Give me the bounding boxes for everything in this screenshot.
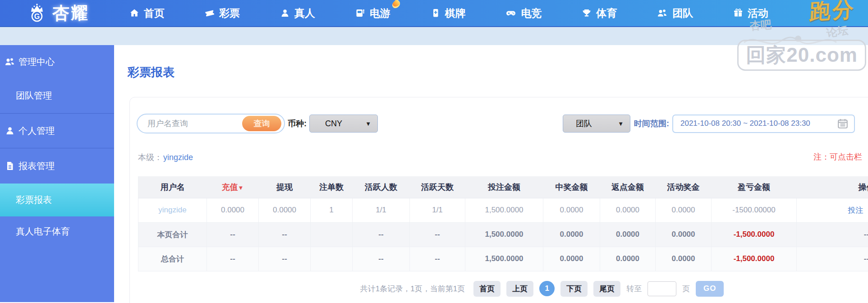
prev-page-button[interactable]: 上页 (506, 281, 533, 297)
col-actions: 操作 (797, 176, 868, 198)
time-range-label: 时间范围: (634, 118, 669, 129)
sort-desc-icon: ▼ (238, 184, 244, 191)
calendar-icon (837, 118, 849, 129)
screen: G 杏耀 首页 彩票 真人 电游 棋牌 (0, 0, 868, 303)
pagination: 共计1条记录，1页，当前第1页 首页 上页 1 下页 尾页 转至 页 GO (130, 281, 868, 297)
brand-crown-emblem-icon: G (26, 2, 48, 24)
sidebar-item-live-electronic-sports[interactable]: 真人电子体育 (0, 216, 114, 246)
nav-item-team[interactable]: 团队 (657, 6, 693, 20)
nav-item-live[interactable]: 真人 (280, 6, 315, 20)
person-icon (4, 125, 16, 136)
username-search: 查询 (137, 114, 285, 133)
user-link[interactable]: yingzide (158, 206, 186, 214)
lottery-ticket-icon (204, 8, 215, 18)
mahjong-tile-icon (430, 8, 441, 18)
pagination-summary: 共计1条记录，1页，当前第1页 (360, 284, 465, 294)
col-username: 用户名 (138, 176, 207, 198)
current-page-badge[interactable]: 1 (539, 281, 555, 296)
main-nav: 首页 彩票 真人 电游 棋牌 电竞 (129, 6, 768, 20)
filter-row: 查询 币种: CNY ▼ 团队 ▼ 时间范围: 2021- (137, 114, 855, 133)
sidebar-item-personal-management[interactable]: 个人管理 (0, 114, 114, 148)
col-active-days: 活跃天数 (410, 176, 465, 198)
top-navbar: G 杏耀 首页 彩票 真人 电游 棋牌 (0, 0, 868, 26)
nav-item-promotions[interactable]: 活动 (733, 6, 768, 20)
col-recharge: 充值▼ (207, 176, 259, 198)
trophy-icon (581, 8, 592, 18)
management-people-icon (4, 56, 16, 67)
col-rebate-amount: 返点金额 (600, 176, 656, 198)
nav-item-boardgames[interactable]: 棋牌 (430, 6, 466, 20)
table-row-user: yingzide 0.0000 0.0000 1 1/1 1/1 1,500.0… (138, 198, 868, 222)
report-table: 用户名 充值▼ 提现 注单数 活跃人数 活跃天数 投注金额 中奖金额 返点金额 … (138, 176, 868, 271)
first-page-button[interactable]: 首页 (473, 281, 501, 297)
gift-icon (733, 8, 744, 18)
content-panel: 查询 币种: CNY ▼ 团队 ▼ 时间范围: 2021- (129, 97, 868, 303)
sub-header-strip (0, 26, 868, 45)
report-document-icon (4, 161, 16, 171)
nav-item-lottery[interactable]: 彩票 (204, 6, 240, 20)
main-content: 彩票报表 查询 币种: CNY ▼ 团队 (114, 45, 868, 302)
scope-value: 团队 (576, 118, 592, 129)
brand-name: 杏耀 (52, 2, 89, 25)
sidebar-item-lottery-report[interactable]: 彩票报表 (0, 184, 114, 216)
page-title: 彩票报表 (128, 64, 868, 80)
live-person-icon (280, 8, 290, 18)
caret-down-icon: ▼ (618, 120, 624, 127)
note-text: 注：可点击栏 (813, 152, 862, 162)
next-page-button[interactable]: 下页 (560, 281, 588, 297)
brand-logo[interactable]: G 杏耀 (26, 2, 89, 25)
col-active-users: 活跃人数 (353, 176, 410, 198)
last-page-button[interactable]: 尾页 (593, 281, 620, 297)
sidebar: 管理中心 团队管理 个人管理 报表管理 彩票报表 真人电子体育 (0, 45, 114, 302)
current-level-user-link[interactable]: yingzide (163, 153, 193, 162)
bet-link[interactable]: 投注 (848, 206, 863, 215)
nav-item-slots[interactable]: 电游 (355, 6, 390, 20)
col-bet-amount: 投注金额 (465, 176, 543, 198)
sidebar-item-management-center[interactable]: 管理中心 (0, 45, 114, 78)
hot-flame-icon (390, 0, 401, 9)
svg-text:G: G (34, 13, 40, 20)
goto-label: 转至 (626, 284, 642, 294)
col-activity-bonus: 活动奖金 (656, 176, 712, 198)
currency-select[interactable]: CNY ▼ (309, 115, 378, 133)
table-row-page-total: 本页合计 -- -- -- -- 1,500.0000 0.0000 0.000… (138, 222, 868, 247)
home-icon (129, 8, 140, 18)
team-people-icon (657, 8, 668, 18)
slot-machine-icon (355, 8, 366, 18)
sidebar-item-team-management[interactable]: 团队管理 (0, 78, 114, 113)
caret-down-icon: ▼ (365, 120, 371, 127)
scope-select[interactable]: 团队 ▼ (563, 115, 630, 133)
gamepad-icon (505, 8, 517, 18)
col-withdraw: 提现 (259, 176, 311, 198)
date-range-value: 2021-10-08 20:30 ~ 2021-10-08 23:30 (680, 119, 810, 128)
currency-label: 币种: (288, 118, 307, 129)
go-button[interactable]: GO (696, 281, 724, 297)
nav-item-sports[interactable]: 体育 (581, 6, 617, 20)
col-win-amount: 中奖金额 (543, 176, 600, 198)
nav-item-esports[interactable]: 电竞 (505, 6, 542, 20)
goto-page-input[interactable] (648, 281, 676, 296)
col-profit-loss: 盈亏金额 (712, 176, 797, 198)
level-row: 本级： yingzide (138, 152, 868, 163)
nav-item-home[interactable]: 首页 (129, 6, 165, 20)
search-button[interactable]: 查询 (242, 116, 281, 131)
table-row-grand-total: 总合计 -- -- -- -- 1,500.0000 0.0000 0.0000… (138, 247, 868, 271)
date-range-input[interactable]: 2021-10-08 20:30 ~ 2021-10-08 23:30 (672, 115, 855, 133)
filter-right-group: 团队 ▼ 时间范围: 2021-10-08 20:30 ~ 2021-10-08… (560, 115, 855, 133)
sidebar-item-report-management[interactable]: 报表管理 (0, 148, 114, 184)
level-label: 本级： (138, 152, 162, 163)
corner-watermark-paofen: 跑分 (808, 0, 856, 26)
actions-cell: 投注追号 (797, 198, 868, 222)
currency-value: CNY (325, 119, 342, 129)
page-unit-label: 页 (682, 284, 690, 294)
username-search-input[interactable] (147, 116, 238, 131)
recharge-sort-control[interactable]: 充值▼ (222, 183, 244, 192)
table-header-row: 用户名 充值▼ 提现 注单数 活跃人数 活跃天数 投注金额 中奖金额 返点金额 … (138, 176, 868, 198)
col-bet-count: 注单数 (311, 176, 353, 198)
